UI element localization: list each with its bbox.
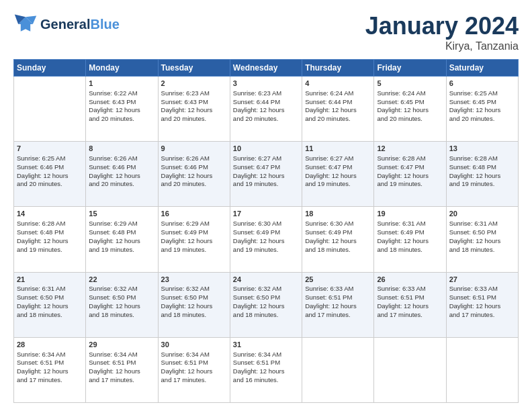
calendar-cell: 1Sunrise: 6:22 AMSunset: 6:43 PMDaylight… <box>86 77 158 142</box>
day-number: 21 <box>17 275 83 285</box>
calendar-cell: 25Sunrise: 6:33 AMSunset: 6:51 PMDayligh… <box>302 272 374 337</box>
calendar-cell: 2Sunrise: 6:23 AMSunset: 6:43 PMDaylight… <box>158 77 230 142</box>
calendar-cell: 26Sunrise: 6:33 AMSunset: 6:51 PMDayligh… <box>374 272 446 337</box>
day-number: 30 <box>161 340 227 350</box>
day-number: 12 <box>377 144 443 154</box>
day-number: 6 <box>449 79 515 89</box>
daylight-text: Daylight: 12 hoursand 20 minutes. <box>161 106 227 124</box>
sunrise-text: Sunrise: 6:25 AM <box>17 154 83 163</box>
sunset-text: Sunset: 6:49 PM <box>305 228 371 237</box>
sunset-text: Sunset: 6:45 PM <box>449 98 515 107</box>
sunset-text: Sunset: 6:50 PM <box>233 293 299 302</box>
sunrise-text: Sunrise: 6:34 AM <box>89 351 154 359</box>
sunset-text: Sunset: 6:43 PM <box>89 98 154 107</box>
logo: GeneralBlue <box>13 12 120 36</box>
calendar-cell: 5Sunrise: 6:24 AMSunset: 6:45 PMDaylight… <box>374 77 446 142</box>
sunset-text: Sunset: 6:49 PM <box>233 228 299 237</box>
sunset-text: Sunset: 6:51 PM <box>161 359 227 367</box>
daylight-text: Daylight: 12 hoursand 19 minutes. <box>233 237 299 255</box>
sunrise-text: Sunrise: 6:31 AM <box>377 220 443 228</box>
day-number: 27 <box>449 275 515 285</box>
day-number: 1 <box>89 79 154 89</box>
day-number: 24 <box>233 275 299 285</box>
daylight-text: Daylight: 12 hoursand 17 minutes. <box>449 302 515 320</box>
daylight-text: Daylight: 12 hoursand 20 minutes. <box>449 106 515 124</box>
calendar-cell: 30Sunrise: 6:34 AMSunset: 6:51 PMDayligh… <box>158 337 230 402</box>
sunset-text: Sunset: 6:50 PM <box>17 293 83 302</box>
calendar-cell: 24Sunrise: 6:32 AMSunset: 6:50 PMDayligh… <box>230 272 302 337</box>
sunset-text: Sunset: 6:51 PM <box>233 359 299 367</box>
sunrise-text: Sunrise: 6:34 AM <box>161 351 227 359</box>
sunrise-text: Sunrise: 6:29 AM <box>89 220 154 228</box>
sunrise-text: Sunrise: 6:28 AM <box>17 220 83 228</box>
sunset-text: Sunset: 6:46 PM <box>89 163 154 172</box>
daylight-text: Daylight: 12 hoursand 20 minutes. <box>17 172 83 189</box>
day-number: 8 <box>89 144 154 154</box>
sunrise-text: Sunrise: 6:31 AM <box>449 220 515 228</box>
day-number: 16 <box>161 209 227 219</box>
day-number: 4 <box>305 79 371 89</box>
table-row: 28Sunrise: 6:34 AMSunset: 6:51 PMDayligh… <box>14 337 519 402</box>
day-number: 18 <box>305 209 371 219</box>
day-number: 14 <box>17 209 83 219</box>
table-row: 1Sunrise: 6:22 AMSunset: 6:43 PMDaylight… <box>14 77 519 142</box>
day-number: 17 <box>233 209 299 219</box>
calendar-cell: 15Sunrise: 6:29 AMSunset: 6:48 PMDayligh… <box>86 207 158 272</box>
sunset-text: Sunset: 6:46 PM <box>17 163 83 172</box>
daylight-text: Daylight: 12 hoursand 19 minutes. <box>449 172 515 189</box>
daylight-text: Daylight: 12 hoursand 18 minutes. <box>161 302 227 320</box>
sunrise-text: Sunrise: 6:30 AM <box>233 220 299 228</box>
daylight-text: Daylight: 12 hoursand 20 minutes. <box>89 106 154 124</box>
sunrise-text: Sunrise: 6:33 AM <box>377 285 443 293</box>
day-number: 31 <box>233 340 299 350</box>
daylight-text: Daylight: 12 hoursand 18 minutes. <box>17 302 83 320</box>
daylight-text: Daylight: 12 hoursand 18 minutes. <box>89 302 154 320</box>
sunrise-text: Sunrise: 6:34 AM <box>233 351 299 359</box>
logo-blue: Blue <box>90 17 119 32</box>
daylight-text: Daylight: 12 hoursand 18 minutes. <box>305 237 371 255</box>
calendar-table: Sunday Monday Tuesday Wednesday Thursday… <box>13 59 519 403</box>
sunset-text: Sunset: 6:48 PM <box>89 228 154 237</box>
col-tuesday: Tuesday <box>158 60 230 77</box>
daylight-text: Daylight: 12 hoursand 18 minutes. <box>449 237 515 255</box>
day-number: 9 <box>161 144 227 154</box>
daylight-text: Daylight: 12 hoursand 17 minutes. <box>305 302 371 320</box>
sunset-text: Sunset: 6:49 PM <box>377 228 443 237</box>
sunset-text: Sunset: 6:51 PM <box>89 359 154 367</box>
calendar-cell: 3Sunrise: 6:23 AMSunset: 6:44 PMDaylight… <box>230 77 302 142</box>
sunset-text: Sunset: 6:47 PM <box>233 163 299 172</box>
day-number: 3 <box>233 79 299 89</box>
calendar-cell: 19Sunrise: 6:31 AMSunset: 6:49 PMDayligh… <box>374 207 446 272</box>
col-saturday: Saturday <box>446 60 518 77</box>
sunrise-text: Sunrise: 6:22 AM <box>89 89 154 98</box>
day-number: 29 <box>89 340 154 350</box>
calendar-cell: 20Sunrise: 6:31 AMSunset: 6:50 PMDayligh… <box>446 207 518 272</box>
day-number: 2 <box>161 79 227 89</box>
daylight-text: Daylight: 12 hoursand 17 minutes. <box>161 367 227 385</box>
daylight-text: Daylight: 12 hoursand 19 minutes. <box>377 172 443 189</box>
sunset-text: Sunset: 6:48 PM <box>449 163 515 172</box>
sunset-text: Sunset: 6:50 PM <box>161 293 227 302</box>
calendar-cell: 17Sunrise: 6:30 AMSunset: 6:49 PMDayligh… <box>230 207 302 272</box>
sunset-text: Sunset: 6:51 PM <box>17 359 83 367</box>
sunset-text: Sunset: 6:51 PM <box>449 293 515 302</box>
col-sunday: Sunday <box>14 60 86 77</box>
daylight-text: Daylight: 12 hoursand 19 minutes. <box>305 172 371 189</box>
calendar-cell: 6Sunrise: 6:25 AMSunset: 6:45 PMDaylight… <box>446 77 518 142</box>
sunrise-text: Sunrise: 6:24 AM <box>377 89 443 98</box>
col-friday: Friday <box>374 60 446 77</box>
calendar-cell: 21Sunrise: 6:31 AMSunset: 6:50 PMDayligh… <box>14 272 86 337</box>
calendar-cell: 4Sunrise: 6:24 AMSunset: 6:44 PMDaylight… <box>302 77 374 142</box>
day-number: 11 <box>305 144 371 154</box>
sunset-text: Sunset: 6:47 PM <box>305 163 371 172</box>
calendar-cell <box>446 337 518 402</box>
sunset-text: Sunset: 6:43 PM <box>161 98 227 107</box>
calendar-cell: 11Sunrise: 6:27 AMSunset: 6:47 PMDayligh… <box>302 142 374 207</box>
col-wednesday: Wednesday <box>230 60 302 77</box>
calendar-cell <box>14 77 86 142</box>
day-number: 15 <box>89 209 154 219</box>
sunrise-text: Sunrise: 6:31 AM <box>17 285 83 293</box>
sunrise-text: Sunrise: 6:32 AM <box>161 285 227 293</box>
sunset-text: Sunset: 6:51 PM <box>305 293 371 302</box>
table-row: 21Sunrise: 6:31 AMSunset: 6:50 PMDayligh… <box>14 272 519 337</box>
